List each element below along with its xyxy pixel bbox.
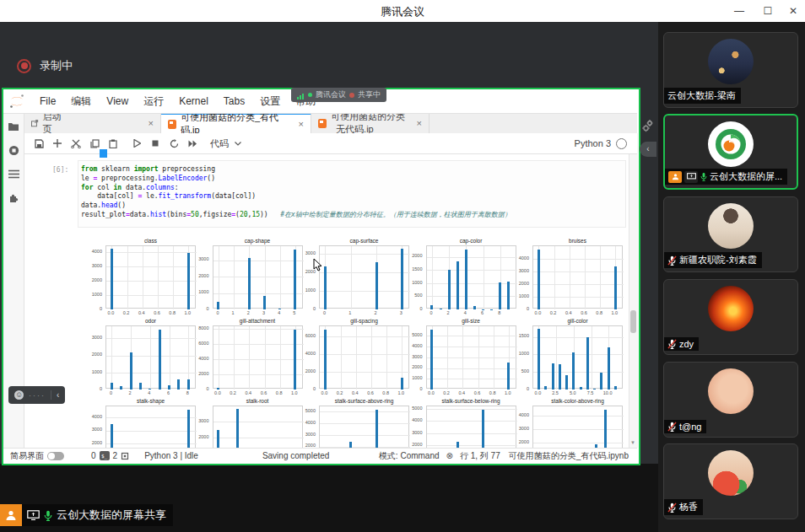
avatar (708, 203, 754, 249)
running-kernels-icon[interactable] (8, 145, 19, 156)
close-button[interactable]: ✕ (785, 3, 802, 19)
minimize-button[interactable]: — (731, 3, 748, 19)
y-tick-label: 4000 (56, 249, 102, 254)
tab-launcher[interactable]: 启动页 × (24, 113, 161, 133)
meeting-share-banner[interactable]: 腾讯会议 共享中 (291, 88, 386, 102)
cut-cell-button[interactable] (67, 135, 85, 152)
x-tick-label: 7.5 (581, 390, 598, 395)
cell-type-select[interactable]: 代码 (210, 137, 229, 150)
maximize-button[interactable]: ☐ (759, 3, 776, 19)
y-tick-label: 2000 (376, 364, 423, 369)
plot-title: cap-shape (196, 238, 320, 244)
file-browser-icon[interactable] (8, 121, 19, 132)
menu-settings[interactable]: 设置 (252, 94, 288, 109)
y-tick-label: 3000 (483, 426, 529, 431)
y-tick-label: 1500 (376, 266, 423, 271)
tab-launcher-close-icon[interactable]: × (149, 118, 154, 128)
participant-tile[interactable]: zdy (663, 279, 798, 355)
y-tick-label: 0 (269, 306, 316, 311)
y-tick-label: 0 (376, 386, 423, 391)
x-tick-label: 0.4 (560, 310, 577, 315)
x-tick-label: 1.0 (286, 390, 303, 395)
sidebar-collapse-icon[interactable]: ‹ (640, 142, 656, 157)
y-tick-label: 3000 (56, 263, 102, 268)
collapse-left-icon[interactable]: ‹ (57, 390, 59, 400)
extensions-icon[interactable] (8, 192, 19, 203)
save-button[interactable] (30, 135, 48, 152)
y-tick-label: 1000 (376, 280, 423, 285)
code-lines[interactable]: from sklearn import preprocessingle = pr… (81, 165, 511, 220)
tab-notebook-with-code-close-icon[interactable]: × (299, 119, 304, 129)
x-tick-label: 0 (209, 310, 226, 315)
x-tick-label: 0.6 (468, 390, 485, 395)
run-all-button[interactable] (183, 135, 202, 152)
x-tick-label: 0.0 (529, 390, 546, 395)
x-tick-label: 2.5 (547, 390, 564, 395)
participant-tile[interactable]: 云创大数据-梁南 (663, 32, 798, 108)
menu-run[interactable]: 运行 (136, 94, 171, 109)
y-tick-label: 3000 (269, 432, 316, 437)
menu-tabs[interactable]: Tabs (216, 95, 252, 107)
tab-notebook-no-code-close-icon[interactable]: × (417, 118, 422, 128)
recording-indicator: 录制中 (17, 58, 73, 73)
kernel-status-label[interactable]: Python 3 | Idle (144, 451, 198, 460)
y-tick-label: 5000 (269, 408, 316, 413)
y-tick-label: 2000 (163, 371, 209, 376)
scroll-down-icon[interactable]: ▼ (629, 440, 636, 445)
add-cell-button[interactable] (48, 135, 67, 152)
terminal-count: 0 (91, 451, 96, 460)
cell-selection-marker (100, 149, 107, 158)
avatar (708, 286, 754, 331)
x-tick-label: 3 (392, 310, 409, 315)
participant-tile-active-sharer[interactable]: 云创大数据的屏... (663, 114, 798, 190)
restart-kernel-button[interactable] (165, 135, 183, 152)
y-tick-label: 2000 (269, 269, 316, 274)
participant-tile[interactable]: 杨香 (663, 443, 798, 519)
menu-kernel[interactable]: Kernel (171, 95, 216, 107)
saving-status: Saving completed (262, 451, 330, 460)
mic-muted-icon (667, 339, 677, 349)
plot-title: cap-surface (302, 238, 426, 244)
notification-icon[interactable]: ⊗ (446, 451, 453, 460)
notebook-scrollbar[interactable] (629, 133, 638, 448)
table-of-contents-icon[interactable] (8, 169, 19, 179)
x-tick-label: 0 (102, 390, 119, 395)
menu-edit[interactable]: 编辑 (63, 94, 99, 109)
chevron-down-icon[interactable] (229, 135, 247, 152)
plot-title: gill-attachment (196, 318, 320, 324)
menu-file[interactable]: File (32, 95, 63, 107)
x-tick-label: 1 (224, 310, 241, 315)
y-tick-label: 2000 (163, 434, 209, 439)
x-tick-label: 1.0 (606, 310, 623, 315)
tab-notebook-with-code[interactable]: 可使用菌菇的分类_有代码.ip × (161, 113, 311, 133)
simple-mode-toggle[interactable] (47, 452, 64, 460)
participant-tile[interactable]: 新疆农职院-刘素霞 (663, 196, 798, 272)
plot-title: stalk-root (196, 398, 320, 404)
participant-tile[interactable]: t@ng (663, 362, 798, 438)
plot-area (532, 325, 623, 389)
x-tick-label: 0.2 (438, 390, 455, 395)
tab-notebook-no-code[interactable]: 可使用菌菇的分类_无代码.ip × (311, 113, 430, 133)
y-tick-label: 2000 (56, 352, 102, 357)
share-banner-app: 腾讯会议 (316, 89, 346, 100)
y-tick-label: 0 (56, 306, 102, 311)
gear-icon[interactable] (641, 119, 655, 132)
x-tick-label: 0.2 (224, 390, 241, 395)
cursor-position[interactable]: 行 1, 列 77 (460, 450, 500, 462)
interrupt-kernel-button[interactable] (146, 135, 165, 152)
kernel-name-label[interactable]: Python 3 (575, 138, 611, 148)
scrollbar-thumb[interactable] (630, 310, 636, 333)
menu-view[interactable]: View (99, 95, 136, 107)
run-cell-button[interactable] (127, 135, 146, 152)
jupyter-tabbar: 启动页 × 可使用菌菇的分类_有代码.ip × 可使用菌菇的分类_无代码.ip … (24, 113, 637, 134)
x-tick-label: 6 (474, 310, 491, 315)
y-tick-label: 3000 (483, 268, 529, 273)
kernel-sessions-icon (121, 452, 129, 460)
x-tick-label: 0.8 (271, 390, 288, 395)
avatar (708, 39, 754, 84)
assistant-pill[interactable]: ☺ ···· ‹ (8, 386, 65, 404)
y-tick-label: 0 (376, 306, 423, 311)
share-banner-status: 共享中 (358, 89, 381, 100)
y-tick-label: 0 (163, 386, 209, 391)
plot-title: gill-spacing (302, 318, 426, 324)
